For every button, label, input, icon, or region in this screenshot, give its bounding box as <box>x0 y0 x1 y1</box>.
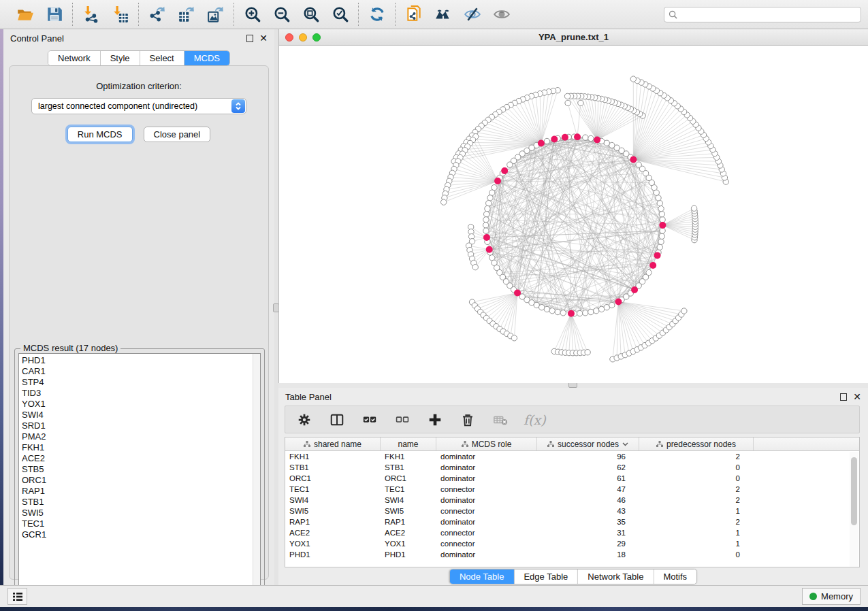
network-graph-canvas[interactable] <box>279 46 868 382</box>
mcds-result-item[interactable]: SWI4 <box>22 410 260 420</box>
mcds-hub-node[interactable] <box>494 178 501 184</box>
function-builder-icon[interactable]: f(x) <box>524 410 546 429</box>
table-scrollbar[interactable] <box>850 452 858 567</box>
network-node[interactable] <box>483 217 489 222</box>
network-node[interactable] <box>588 309 594 314</box>
mcds-hub-node[interactable] <box>630 156 637 163</box>
network-node[interactable] <box>485 205 490 211</box>
network-node[interactable] <box>691 205 696 211</box>
network-node[interactable] <box>646 269 652 275</box>
export-image-icon[interactable] <box>206 5 225 24</box>
mcds-result-item[interactable]: ORC1 <box>22 475 260 486</box>
network-node[interactable] <box>609 302 615 308</box>
mcds-hub-node[interactable] <box>594 137 600 144</box>
network-node[interactable] <box>560 310 566 316</box>
network-node[interactable] <box>659 212 664 217</box>
column-header-shared-name[interactable]: shared name <box>285 437 381 450</box>
mcds-result-item[interactable]: FKH1 <box>22 442 260 453</box>
delete-row-icon[interactable] <box>458 410 477 429</box>
tab-network-table[interactable]: Network Table <box>578 569 654 584</box>
unselect-all-icon[interactable] <box>393 410 411 429</box>
tab-edge-table[interactable]: Edge Table <box>514 569 578 584</box>
tab-network[interactable]: Network <box>48 51 101 65</box>
search-box[interactable] <box>664 7 861 22</box>
table-row[interactable]: ACE2ACE2connector311 <box>285 527 859 538</box>
network-node[interactable] <box>657 244 662 250</box>
show-all-icon[interactable] <box>492 5 511 24</box>
tab-motifs[interactable]: Motifs <box>654 569 696 584</box>
table-row[interactable]: YOX1YOX1connector291 <box>285 538 859 549</box>
close-panel-button[interactable]: Close panel <box>144 127 211 142</box>
network-node[interactable] <box>594 308 599 314</box>
open-file-icon[interactable] <box>16 5 34 24</box>
zoom-selected-icon[interactable] <box>331 5 349 24</box>
mcds-hub-node[interactable] <box>483 234 490 241</box>
network-node[interactable] <box>507 162 513 167</box>
network-node[interactable] <box>630 76 636 82</box>
zoom-in-icon[interactable] <box>243 5 261 24</box>
mcds-result-item[interactable]: YOX1 <box>22 399 260 410</box>
network-node[interactable] <box>659 233 664 239</box>
table-row[interactable]: RAP1RAP1dominator352 <box>285 516 859 527</box>
mcds-result-item[interactable]: STP4 <box>22 377 260 388</box>
select-all-icon[interactable] <box>360 410 379 429</box>
mcds-hub-node[interactable] <box>551 135 558 142</box>
show-column-icon[interactable] <box>327 410 346 429</box>
table-row[interactable]: TEC1TEC1connector472 <box>285 484 859 495</box>
node-table[interactable]: shared namenameMCDS rolesuccessor nodesp… <box>285 437 860 567</box>
close-panel-icon[interactable]: ✕ <box>853 393 861 401</box>
scrollbar-thumb[interactable] <box>851 457 857 525</box>
mcds-result-item[interactable]: STB5 <box>22 464 260 475</box>
network-node[interactable] <box>483 212 489 217</box>
network-node[interactable] <box>588 135 594 141</box>
network-node[interactable] <box>549 308 555 314</box>
network-node[interactable] <box>511 335 517 341</box>
network-node[interactable] <box>583 135 588 140</box>
mcds-hub-node[interactable] <box>631 286 638 293</box>
mcds-hub-node[interactable] <box>649 262 656 269</box>
mcds-result-item[interactable]: PHD1 <box>22 355 260 366</box>
table-row[interactable]: STB1STB1dominator620 <box>285 462 859 473</box>
zoom-out-icon[interactable] <box>272 5 291 24</box>
network-node[interactable] <box>486 200 492 205</box>
mcds-result-item[interactable]: PMA2 <box>22 431 260 442</box>
search-input[interactable] <box>681 10 856 19</box>
network-node[interactable] <box>660 228 665 233</box>
add-row-icon[interactable] <box>425 410 444 429</box>
network-node[interactable] <box>483 222 488 228</box>
network-node[interactable] <box>658 239 664 244</box>
network-node[interactable] <box>657 200 662 205</box>
hide-selected-icon[interactable] <box>463 5 481 24</box>
mcds-hub-node[interactable] <box>615 298 622 305</box>
clone-network-icon[interactable] <box>404 5 423 24</box>
optimization-criterion-select[interactable]: largest connected component (undirected) <box>31 98 246 114</box>
mcds-result-item[interactable]: RAP1 <box>22 486 260 497</box>
network-node[interactable] <box>583 310 588 316</box>
network-node[interactable] <box>539 305 545 310</box>
mcds-result-list[interactable]: PHD1CAR1STP4TID3YOX1SWI4SRD1PMA2FKH1ACE2… <box>18 353 261 594</box>
column-header-MCDS-role[interactable]: MCDS role <box>436 437 537 450</box>
mcds-result-item[interactable]: STB1 <box>22 497 260 508</box>
network-window-titlebar[interactable]: YPA_prune.txt_1 <box>279 29 868 46</box>
network-node[interactable] <box>585 350 590 355</box>
network-node[interactable] <box>544 138 549 144</box>
network-node[interactable] <box>577 310 582 316</box>
export-table-icon[interactable] <box>177 5 195 24</box>
mcds-hub-node[interactable] <box>562 134 568 141</box>
network-node[interactable] <box>544 306 549 312</box>
tab-mcds[interactable]: MCDS <box>184 51 229 65</box>
column-header-name[interactable]: name <box>381 437 436 450</box>
tab-select[interactable]: Select <box>140 51 184 65</box>
table-settings-icon[interactable] <box>295 410 313 429</box>
mcds-hub-node[interactable] <box>486 246 493 253</box>
tab-style[interactable]: Style <box>101 51 140 65</box>
memory-button[interactable]: Memory <box>802 588 861 605</box>
show-panels-list-button[interactable] <box>7 588 27 605</box>
close-panel-icon[interactable]: ✕ <box>259 35 268 42</box>
table-row[interactable]: PHD1PHD1dominator180 <box>285 549 859 560</box>
import-table-icon[interactable] <box>111 5 129 24</box>
refresh-icon[interactable] <box>368 5 386 24</box>
network-node[interactable] <box>656 195 661 201</box>
network-node[interactable] <box>578 100 583 105</box>
column-header-successor-nodes[interactable]: successor nodes <box>537 437 639 450</box>
